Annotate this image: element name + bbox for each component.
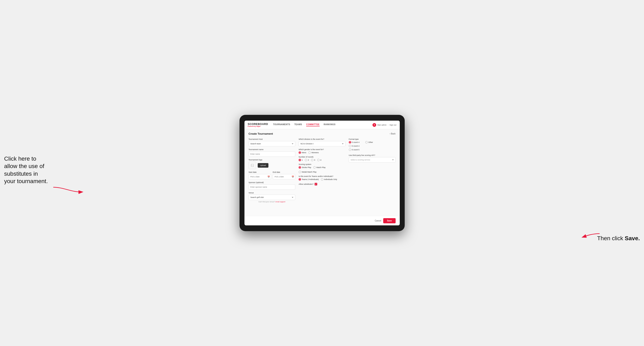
event-teams[interactable]: Teams (+Individuals): [298, 178, 319, 181]
sponsor-input[interactable]: [248, 184, 296, 190]
end-date-group: End date 📅: [273, 171, 295, 179]
back-button[interactable]: ‹ Back: [390, 133, 396, 135]
gender-womens[interactable]: Womens: [308, 151, 318, 154]
start-date-group: Start date 📅: [248, 171, 271, 179]
navbar: SCOREBOARD Powered by clippd TOURNAMENTS…: [244, 121, 400, 129]
format-6-count-5[interactable]: 6 count 5: [349, 149, 360, 151]
start-date-wrapper: 📅: [248, 174, 271, 179]
page-header: Create Tournament ‹ Back: [248, 132, 396, 135]
radio-round-3: [311, 159, 314, 161]
nav-committee[interactable]: COMMITTEE: [306, 123, 320, 126]
nav-user: B blair admin | Sign out: [372, 123, 396, 127]
logo-title: SCOREBOARD: [248, 123, 268, 125]
sign-out-link[interactable]: Sign out: [390, 124, 396, 126]
nav-teams[interactable]: TEAMS: [294, 123, 302, 126]
gender-group: Which gender is the event for? Mens Wome…: [298, 149, 346, 154]
email-support-link[interactable]: email support: [276, 201, 285, 203]
allow-substitutes-checkbox[interactable]: [314, 183, 317, 185]
radio-teams: [298, 178, 301, 181]
arrow-right-icon: [581, 228, 602, 239]
form-columns: Tournament Host Search team Tournament n…: [248, 138, 396, 205]
radio-stroke-play: [298, 166, 301, 169]
calendar-icon-end: 📅: [292, 176, 294, 178]
radio-mens: [298, 151, 301, 154]
division-select[interactable]: NCAA Division I NCAA Division II NCAA Di…: [298, 141, 346, 146]
format-type-group: Format type 5 count 4 Other: [349, 138, 396, 151]
avatar: B: [372, 123, 376, 127]
venue-hint: Can't find your venue? email support: [248, 201, 296, 203]
tournament-name-input[interactable]: [248, 151, 296, 157]
end-date-label: End date: [273, 171, 295, 173]
form-column-1: Tournament Host Search team Tournament n…: [248, 138, 296, 205]
nav-tournaments[interactable]: TOURNAMENTS: [273, 123, 290, 126]
format-type-label: Format type: [349, 138, 396, 140]
radio-match-play: [313, 166, 316, 169]
logo-placeholder: [248, 162, 256, 169]
sponsor-label: Sponsor (optional): [248, 181, 296, 183]
rounds-4[interactable]: 4: [317, 159, 321, 161]
logo-powered: Powered by clippd: [248, 126, 268, 127]
event-individuals[interactable]: Individuals Only: [321, 178, 337, 181]
scoring-stroke-play[interactable]: Stroke Play: [298, 166, 311, 169]
format-6-count-4[interactable]: 6 count 4: [349, 145, 360, 147]
tablet-device: SCOREBOARD Powered by clippd TOURNAMENTS…: [240, 115, 405, 231]
form-column-2: Which division is the event for? NCAA Di…: [298, 138, 346, 205]
division-label: Which division is the event for?: [298, 138, 346, 140]
venue-group: Venue Search golf club Can't find your v…: [248, 192, 296, 203]
radio-other: [365, 141, 368, 144]
event-type-radio-group: Teams (+Individuals) Individuals Only: [298, 178, 346, 181]
svg-point-1: [252, 165, 252, 165]
gender-radio-group: Mens Womens: [298, 151, 346, 154]
cancel-button[interactable]: Cancel: [375, 220, 381, 222]
username: blair admin: [378, 124, 386, 126]
gender-mens[interactable]: Mens: [298, 151, 306, 154]
page-title: Create Tournament: [248, 132, 273, 135]
venue-label: Venue: [248, 192, 296, 194]
start-date-label: Start date: [248, 171, 271, 173]
tournament-logo-label: Tournament logo: [248, 159, 296, 161]
format-options: 5 count 4 Other 6 count 4: [349, 141, 396, 151]
save-button[interactable]: Save: [383, 218, 396, 223]
scoring-service-select[interactable]: Select a scoring service: [349, 157, 396, 163]
radio-womens: [308, 151, 311, 154]
tournament-logo-group: Tournament logo Upload: [248, 159, 296, 169]
upload-button[interactable]: Upload: [258, 163, 269, 168]
end-date-wrapper: 📅: [273, 174, 295, 179]
rounds-1[interactable]: 1: [298, 159, 303, 161]
format-row-1: 5 count 4 Other: [349, 141, 396, 144]
radio-medal-match-play: [298, 171, 301, 173]
radio-6-count-4: [349, 145, 351, 147]
event-type-group: Is this event for Teams and/or Individua…: [298, 175, 346, 181]
form-column-3: Format type 5 count 4 Other: [349, 138, 396, 205]
tournament-name-group: Tournament name: [248, 149, 296, 157]
radio-round-1: [298, 159, 301, 161]
format-5-count-4[interactable]: 5 count 4: [349, 141, 360, 144]
tournament-host-group: Tournament Host Search team: [248, 138, 296, 146]
event-type-label: Is this event for Teams and/or Individua…: [298, 175, 346, 177]
tournament-name-label: Tournament name: [248, 149, 296, 151]
radio-5-count-4: [349, 141, 351, 144]
radio-round-4: [317, 159, 320, 161]
sponsor-group: Sponsor (optional): [248, 181, 296, 190]
page-footer: Cancel Save: [244, 216, 400, 225]
calendar-icon: 📅: [268, 176, 270, 178]
radio-individuals: [321, 178, 323, 181]
gender-label: Which gender is the event for?: [298, 149, 346, 151]
rounds-3[interactable]: 3: [311, 159, 315, 161]
svg-rect-0: [251, 164, 254, 167]
format-other[interactable]: Other: [365, 141, 373, 144]
venue-select[interactable]: Search golf club: [248, 195, 296, 200]
scoring-system-radio-group: Stroke Play Match Play Medal Match Play: [298, 166, 346, 173]
logo-upload-row: Upload: [248, 162, 296, 169]
scoring-service-label: Use third-party live scoring API?: [349, 154, 396, 156]
scoring-system-label: Scoring system: [298, 163, 346, 165]
arrow-left-icon: [51, 180, 84, 194]
rounds-2[interactable]: 2: [305, 159, 309, 161]
date-row: Start date 📅 End date 📅: [248, 171, 296, 179]
tournament-host-select[interactable]: Search team: [248, 141, 296, 146]
nav-rankings[interactable]: RANKINGS: [324, 123, 336, 126]
scoring-match-play[interactable]: Match Play: [313, 166, 326, 169]
nav-links: TOURNAMENTS TEAMS COMMITTEE RANKINGS: [273, 123, 372, 126]
format-row-2: 6 count 4: [349, 145, 396, 147]
scoring-medal-match-play[interactable]: Medal Match Play: [298, 171, 316, 173]
